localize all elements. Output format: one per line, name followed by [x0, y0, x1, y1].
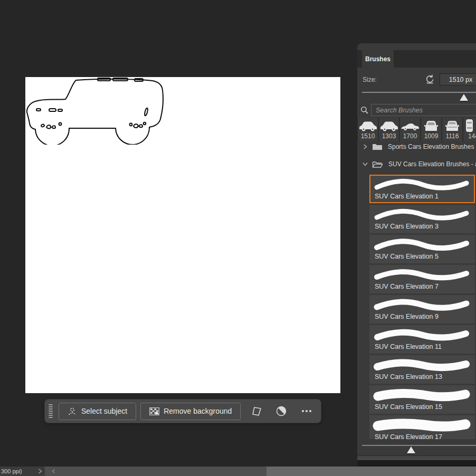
- brush-label: SUV Cars Elevation 3: [375, 223, 439, 230]
- brush-label: SUV Cars Elevation 1: [375, 193, 439, 200]
- remove-background-icon: [149, 407, 159, 415]
- panel-footer: [357, 455, 476, 460]
- car-top-icon: [464, 119, 476, 132]
- panel-under-strip: [357, 460, 476, 467]
- tab-brushes-label: Brushes: [365, 55, 391, 63]
- recent-brush-size: 1510: [361, 132, 375, 140]
- car-front-icon: [422, 119, 441, 132]
- brush-stroke-preview: [373, 416, 471, 433]
- taskbar-drag-handle[interactable]: [47, 404, 54, 418]
- size-label: Size:: [363, 76, 377, 83]
- select-subject-button[interactable]: Select subject: [59, 403, 136, 420]
- brush-stroke-preview: [373, 296, 471, 313]
- transform-button[interactable]: [250, 405, 263, 417]
- brush-stroke-preview: [373, 266, 471, 283]
- brush-item-suv-elevation-3[interactable]: SUV Cars Elevation 3: [369, 205, 475, 233]
- brush-item-suv-elevation-1[interactable]: SUV Cars Elevation 1: [369, 175, 475, 203]
- brush-stroke-preview: [373, 356, 471, 373]
- recent-brush-size: 1700: [403, 132, 417, 140]
- car-rear-icon: [443, 119, 462, 132]
- sports-car-side-icon: [401, 119, 420, 132]
- half-circle-icon: [275, 405, 288, 417]
- suv-side-icon: [358, 119, 377, 132]
- status-chevron-right-icon[interactable]: [38, 469, 42, 474]
- recent-brush-car-front[interactable]: 1009: [421, 118, 441, 141]
- group-label: SUV Cars Elevation Brushes - a: [388, 160, 476, 168]
- tab-brushes[interactable]: Brushes: [362, 50, 394, 68]
- brush-item-suv-elevation-15[interactable]: SUV Cars Elevation 15: [369, 385, 475, 414]
- folder-closed-icon: [372, 143, 383, 150]
- recent-brush-size: 1009: [424, 132, 439, 140]
- brush-label: SUV Cars Elevation 9: [375, 313, 439, 320]
- chevron-right-icon: [363, 144, 368, 149]
- brush-size-input[interactable]: [440, 73, 476, 85]
- recent-brush-car-partial[interactable]: 144: [463, 118, 476, 141]
- brush-item-suv-elevation-17[interactable]: SUV Cars Elevation 17: [369, 415, 475, 439]
- recent-brush-suv-side-2[interactable]: 1303: [379, 118, 399, 141]
- panel-bottom-slider-thumb[interactable]: [407, 446, 415, 453]
- brush-stroke-preview: [373, 386, 471, 403]
- recent-brush-size: 1303: [382, 132, 396, 140]
- brush-label: SUV Cars Elevation 11: [375, 343, 442, 350]
- brush-stroke-preview: [373, 236, 471, 253]
- size-slider-thumb[interactable]: [460, 94, 468, 101]
- search-brushes-input[interactable]: [371, 104, 476, 116]
- recent-brushes-row: 1510 1303 1700 1009: [357, 118, 476, 141]
- brush-label: SUV Cars Elevation 7: [375, 283, 439, 290]
- suv-outline-drawing: [25, 75, 168, 145]
- panel-tab-strip: Brushes: [357, 50, 476, 68]
- reset-size-icon[interactable]: [425, 74, 435, 84]
- brush-item-suv-elevation-13[interactable]: SUV Cars Elevation 13: [369, 355, 475, 384]
- brush-item-suv-elevation-5[interactable]: SUV Cars Elevation 5: [369, 235, 475, 263]
- suv-side-icon: [379, 119, 398, 132]
- brush-stroke-preview: [373, 176, 471, 193]
- recent-brush-size: 144: [468, 132, 476, 140]
- select-subject-label: Select subject: [81, 407, 127, 415]
- person-icon: [68, 407, 77, 416]
- status-bar: 300 ppi): [0, 467, 476, 476]
- adjustments-button[interactable]: [275, 405, 288, 417]
- recent-brush-car-rear[interactable]: 1116: [442, 118, 462, 141]
- remove-background-label: Remove background: [164, 407, 232, 415]
- brush-list: SUV Cars Elevation 1 SUV Cars Elevation …: [369, 175, 476, 439]
- brush-label: SUV Cars Elevation 15: [375, 403, 442, 411]
- brush-stroke-preview: [373, 326, 471, 343]
- brush-label: SUV Cars Elevation 17: [375, 433, 442, 439]
- chevron-down-icon: [363, 162, 368, 166]
- remove-background-button[interactable]: Remove background: [140, 403, 241, 420]
- brush-stroke-preview: [373, 206, 471, 223]
- recent-brush-size: 1116: [446, 132, 459, 140]
- brush-item-suv-elevation-9[interactable]: SUV Cars Elevation 9: [369, 295, 475, 323]
- horizontal-scrollbar-thumb[interactable]: [266, 467, 476, 476]
- recent-brush-suv-side-1[interactable]: 1510: [358, 118, 378, 141]
- search-icon: [360, 106, 368, 114]
- transform-icon: [251, 406, 262, 416]
- size-slider-track[interactable]: [362, 92, 476, 93]
- panel-bottom-slider-track[interactable]: [362, 445, 476, 446]
- doc-info-text: 300 ppi): [1, 468, 22, 474]
- recent-brush-sports-side[interactable]: 1700: [400, 118, 420, 141]
- brush-item-suv-elevation-11[interactable]: SUV Cars Elevation 11: [369, 325, 475, 354]
- group-suv-cars[interactable]: SUV Cars Elevation Brushes - a: [357, 157, 476, 171]
- contextual-task-bar: Select subject Remove background: [45, 399, 321, 423]
- brushes-panel: Brushes Size: 1510 1303: [357, 43, 476, 460]
- folder-open-icon: [372, 160, 383, 168]
- more-options-button[interactable]: [300, 405, 313, 417]
- brush-label: SUV Cars Elevation 13: [375, 373, 442, 380]
- group-sports-cars[interactable]: Sports Cars Elevation Brushes: [357, 141, 476, 152]
- brush-label: SUV Cars Elevation 5: [375, 253, 439, 260]
- group-label: Sports Cars Elevation Brushes: [388, 143, 474, 150]
- scroll-left-icon[interactable]: [52, 469, 55, 474]
- ellipsis-icon: [301, 410, 312, 413]
- brush-item-suv-elevation-7[interactable]: SUV Cars Elevation 7: [369, 265, 475, 293]
